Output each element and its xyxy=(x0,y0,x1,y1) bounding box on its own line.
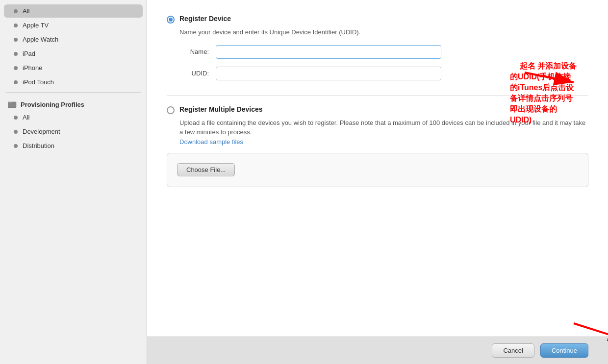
provisioning-profiles-header[interactable]: Provisioning Profiles xyxy=(0,96,147,110)
cancel-button[interactable]: Cancel xyxy=(492,343,534,358)
udid-input[interactable] xyxy=(216,67,441,80)
register-multiple-radio[interactable] xyxy=(167,106,175,114)
download-sample-link[interactable]: Download sample files xyxy=(179,138,243,146)
dot-icon xyxy=(14,38,18,42)
sidebar-item-development[interactable]: Development xyxy=(4,125,143,138)
dot-icon xyxy=(14,144,18,148)
footer-bar: Cancel Continue xyxy=(147,337,608,364)
udid-label: UDID: xyxy=(179,70,209,77)
choose-file-button[interactable]: Choose File... xyxy=(177,163,235,176)
dot-icon xyxy=(14,9,18,13)
register-device-radio[interactable] xyxy=(167,16,175,24)
main-content: Register Device Name your device and ent… xyxy=(147,0,608,364)
dot-icon xyxy=(14,116,18,120)
dot-icon xyxy=(14,66,18,70)
register-device-form: Name: UDID: xyxy=(179,45,588,80)
register-device-title: Register Device xyxy=(179,15,231,23)
file-upload-box: Choose File... xyxy=(167,153,588,187)
sidebar-item-pp-all[interactable]: All xyxy=(4,111,143,124)
sidebar-item-ipod-touch[interactable]: iPod Touch xyxy=(4,75,143,89)
sidebar-item-ipad[interactable]: iPad xyxy=(4,47,143,60)
sidebar-item-apple-watch[interactable]: Apple Watch xyxy=(4,33,143,46)
sidebar: All Apple TV Apple Watch iPad iPhone iPo… xyxy=(0,0,147,364)
register-multiple-title: Register Multiple Devices xyxy=(179,105,263,113)
name-label: Name: xyxy=(179,48,209,55)
name-row: Name: xyxy=(179,45,588,59)
dot-icon xyxy=(14,24,18,27)
sidebar-item-iphone[interactable]: iPhone xyxy=(4,61,143,74)
sidebar-item-all[interactable]: All xyxy=(4,4,143,18)
content-area: Register Device Name your device and ent… xyxy=(147,0,608,337)
register-device-section: Register Device Name your device and ent… xyxy=(167,15,588,80)
section-divider xyxy=(167,95,588,96)
folder-icon xyxy=(8,100,17,108)
register-multiple-description: Upload a file containing the devices you… xyxy=(179,118,588,137)
sidebar-divider xyxy=(6,92,141,93)
register-multiple-header: Register Multiple Devices xyxy=(167,105,588,114)
udid-row: UDID: xyxy=(179,67,588,80)
main-wrapper: Register Device Name your device and ent… xyxy=(147,0,608,364)
dot-icon xyxy=(14,80,18,84)
register-multiple-section: Register Multiple Devices Upload a file … xyxy=(167,105,588,187)
register-device-description: Name your device and enter its Unique De… xyxy=(179,27,588,37)
continue-button[interactable]: Continue xyxy=(540,343,588,358)
name-input[interactable] xyxy=(216,45,441,59)
sidebar-item-apple-tv[interactable]: Apple TV xyxy=(4,19,143,32)
dot-icon xyxy=(14,52,18,56)
register-device-header: Register Device xyxy=(167,15,588,24)
sidebar-item-distribution[interactable]: Distribution xyxy=(4,139,143,152)
dot-icon xyxy=(14,130,18,134)
